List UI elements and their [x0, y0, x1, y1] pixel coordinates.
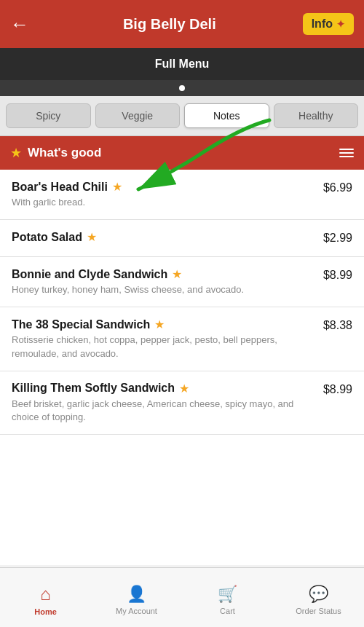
back-button[interactable]: ← [10, 13, 36, 36]
tab-notes[interactable]: Notes [184, 103, 269, 128]
nav-home[interactable]: ⌂ Home [0, 580, 91, 616]
order-status-icon: 💬 [309, 585, 328, 604]
menu-item-content: Killing Them Softly Sandwich ★ Beef bris… [12, 382, 316, 424]
sub-header: Full Menu [0, 48, 364, 80]
menu-item-content: Potato Salad ★ [12, 230, 316, 246]
nav-cart-label: Cart [220, 607, 235, 615]
menu-item-price: $8.99 [323, 382, 352, 396]
nav-my-account[interactable]: 👤 My Account [91, 580, 182, 615]
nav-home-label: Home [34, 607, 57, 616]
sort-menu-button[interactable] [339, 149, 354, 157]
menu-item-name: Bonnie and Clyde Sandwich [12, 268, 167, 281]
home-icon: ⌂ [40, 584, 51, 604]
menu-item-boars-head-chili[interactable]: Boar's Head Chili ★ With garlic bread. $… [0, 170, 364, 220]
item-star-icon: ★ [172, 267, 182, 281]
page-title: Big Belly Deli [36, 16, 303, 33]
menu-item-name: The 38 Special Sandwich [12, 318, 150, 331]
hamburger-line-3 [339, 156, 354, 157]
menu-item-name-row: Bonnie and Clyde Sandwich ★ [12, 267, 316, 281]
menu-item-name-row: Potato Salad ★ [12, 230, 316, 244]
yelp-icon: ✦ [336, 18, 345, 30]
item-star-icon: ★ [87, 230, 97, 244]
section-title: What's good [28, 146, 101, 160]
menu-item-desc: Honey turkey, honey ham, Swiss cheese, a… [12, 283, 316, 296]
menu-item-name-row: Boar's Head Chili ★ [12, 180, 316, 194]
tab-veggie[interactable]: Veggie [95, 103, 181, 128]
sub-header-title: Full Menu [155, 58, 210, 71]
section-star-icon: ★ [10, 145, 22, 161]
menu-item-desc: Beef brisket, garlic jack cheese, Americ… [12, 398, 316, 424]
menu-item-name: Potato Salad [12, 231, 82, 244]
nav-order-status-label: Order Status [296, 607, 341, 615]
account-icon: 👤 [127, 585, 146, 604]
hamburger-line-1 [339, 149, 354, 150]
menu-item-killing-softly[interactable]: Killing Them Softly Sandwich ★ Beef bris… [0, 371, 364, 435]
nav-cart[interactable]: 🛒 Cart [182, 580, 273, 615]
menu-item-38-special[interactable]: The 38 Special Sandwich ★ Rotisserie chi… [0, 307, 364, 371]
item-star-icon: ★ [179, 382, 189, 395]
nav-order-status[interactable]: 💬 Order Status [273, 580, 364, 615]
menu-item-price: $8.38 [323, 318, 352, 332]
section-header: ★ What's good [0, 136, 364, 170]
menu-item-content: Bonnie and Clyde Sandwich ★ Honey turkey… [12, 267, 316, 296]
menu-item-bonnie-clyde[interactable]: Bonnie and Clyde Sandwich ★ Honey turkey… [0, 257, 364, 307]
cart-icon: 🛒 [218, 585, 237, 604]
menu-item-name: Boar's Head Chili [12, 181, 108, 194]
menu-list: Boar's Head Chili ★ With garlic bread. $… [0, 170, 364, 565]
menu-item-desc: With garlic bread. [12, 196, 316, 209]
menu-item-name-row: Killing Them Softly Sandwich ★ [12, 382, 316, 395]
item-star-icon: ★ [112, 180, 122, 194]
notch-bar [0, 80, 364, 96]
info-button[interactable]: Info ✦ [303, 13, 354, 35]
menu-item-name-row: The 38 Special Sandwich ★ [12, 318, 316, 331]
menu-item-content: Boar's Head Chili ★ With garlic bread. [12, 180, 316, 209]
app-header: ← Big Belly Deli Info ✦ [0, 0, 364, 48]
menu-item-price: $2.99 [323, 230, 352, 245]
menu-item-name: Killing Them Softly Sandwich [12, 382, 175, 395]
nav-account-label: My Account [116, 607, 157, 615]
section-header-left: ★ What's good [10, 145, 101, 161]
notch-dot [179, 85, 185, 91]
hamburger-line-2 [339, 152, 354, 154]
filter-tabs: Spicy Veggie Notes Healthy [0, 96, 364, 136]
menu-item-price: $6.99 [323, 180, 352, 194]
item-star-icon: ★ [154, 318, 165, 331]
tab-spicy[interactable]: Spicy [6, 103, 91, 128]
tab-healthy[interactable]: Healthy [274, 103, 359, 128]
bottom-nav: ⌂ Home 👤 My Account 🛒 Cart 💬 Order Statu… [0, 567, 364, 627]
menu-item-price: $8.99 [323, 267, 352, 282]
menu-item-content: The 38 Special Sandwich ★ Rotisserie chi… [12, 318, 316, 360]
menu-item-desc: Rotisserie chicken, hot coppa, pepper ja… [12, 334, 316, 360]
menu-item-potato-salad[interactable]: Potato Salad ★ $2.99 [0, 220, 364, 257]
info-label: Info [312, 17, 333, 31]
